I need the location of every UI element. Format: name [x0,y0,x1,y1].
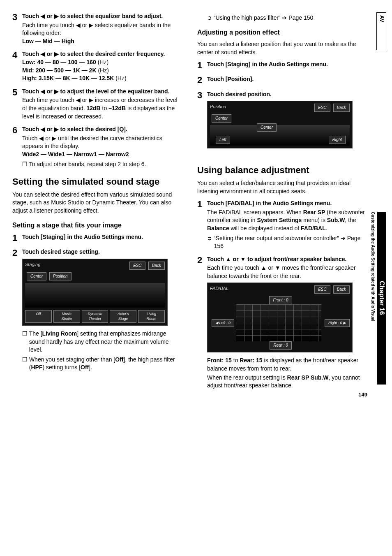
step-title: Touch [Staging] in the Audio Settings me… [22,233,181,241]
step-title: Touch desired position. [207,90,366,99]
balance-subw-note: When the rear output setting is Rear SP … [207,374,366,390]
step-number: 3 [12,12,22,45]
step-number: 1 [197,199,207,250]
hpf-note: When you set staging other than [Off], t… [22,356,181,372]
ui-title: Staging [25,262,40,270]
subsection-body: You can select a listener position that … [197,40,366,56]
step-title: Touch desired stage setting. [22,248,181,256]
step-title: Touch [Staging] in the Audio Settings me… [207,60,366,69]
step-number: 2 [197,255,207,390]
side-rail: AV Customizing the Audio Setting related… [371,12,386,385]
section-body: You can select a fader/balance setting t… [197,179,366,195]
dynamic-theater-button: Dynamic Theater [82,310,108,323]
step-number: 3 [197,90,207,153]
actors-stage-button: Actor's Stage [110,310,136,323]
center-tab: Center [212,114,231,123]
step-sequence: Wide2 — Wide1 — Narrow1 — Narrow2 [22,151,181,159]
step-number: 5 [12,88,22,120]
step-4: 4 Touch ◀ or ▶ to select the desired cen… [12,50,181,82]
step-title: Touch ◀ or ▶ to select the equalizer ban… [22,12,181,21]
step-text: Touch ◀ or ▶ until the desired the curve… [22,134,181,151]
step-number: 2 [197,75,207,85]
step-6: 6 Touch ◀ or ▶ to select the desired [Q]… [12,125,181,168]
section-heading: Setting the simulated sound stage [12,176,181,188]
chapter-tab: Chapter 16 [377,212,386,385]
rear-button: Rear : 0 [270,341,292,350]
ui-title: Position [210,104,226,112]
step-text: The FAD/BAL screen appears. When Rear SP… [207,208,366,233]
fadbal-screenshot: FAD/BAL ESC Back Front : 0 ◀ Left : 0 Ri… [207,283,353,352]
position-step-3: 3 Touch desired position. Position ESC B… [197,90,366,153]
staging-screenshot: Staging ESC Back Center Position Off Mus… [22,259,168,326]
back-button: Back [333,285,350,294]
section-heading: Using balance adjustment [197,164,366,177]
staging-step-2: 2 Touch desired stage setting. Staging E… [12,248,181,372]
living-room-note: The [Living Room] setting that emphasize… [22,330,181,354]
right-button: Right : 0 ▶ [325,319,350,327]
section-body: You can select the desired effect from v… [12,191,181,215]
step-title: Touch ◀ or ▶ to adjust the level of the … [22,88,181,96]
freq-high: High: 3.15K — 8K — 10K — 12.5K (Hz) [22,74,181,83]
back-button: Back [333,104,350,112]
step-text: Each time you touch ◀ or ▶ selects equal… [22,21,181,37]
position-button: Position [49,272,71,280]
step-number: 6 [12,125,22,168]
step-number: 2 [12,248,22,372]
hpf-reference: “Using the high pass filter” ➔ Page 150 [207,14,366,22]
step-title: Touch [Position]. [207,75,366,83]
page-number: 149 [358,391,367,398]
esc-button: ESC [129,262,145,270]
balance-range-text: Front: 15 to Rear: 15 is displayed as th… [207,357,366,373]
step-number: 1 [197,60,207,70]
step-number: 4 [12,50,22,82]
step-note: To adjust other bands, repeat step 2 to … [22,160,181,169]
left-button: ◀ Left : 0 [212,319,234,327]
freq-low: Low: 40 — 80 — 100 — 160 (Hz) [22,58,181,67]
balance-step-2: 2 Touch ▲ or ▼ to adjust front/rear spea… [197,255,366,390]
side-caption: Customizing the Audio Setting related wi… [370,212,376,385]
step-title: Touch ◀ or ▶ to select the desired cente… [22,50,181,58]
position-step-1: 1 Touch [Staging] in the Audio Settings … [197,60,366,70]
freq-mid: Mid: 200 — 500 — 1K — 2K (Hz) [22,67,181,75]
esc-button: ESC [314,285,330,294]
step-sequence: Low — Mid — High [22,37,181,46]
step-title: Touch ◀ or ▶ to select the desired [Q]. [22,125,181,134]
balance-step-1: 1 Touch [FAD/BAL] in the Audio Settings … [197,199,366,250]
step-title: Touch [FAD/BAL] in the Audio Settings me… [207,199,366,208]
subsection-heading: Adjusting a position effect [197,28,366,37]
av-tab: AV [376,12,386,50]
subsection-heading: Setting a stage that fits your image [12,221,181,230]
position-screenshot: Position ESC Back Center Center Left Rig… [207,101,353,148]
right-button: Right [329,136,346,144]
staging-step-1: 1 Touch [Staging] in the Audio Settings … [12,233,181,243]
music-studio-button: Music Studio [53,310,80,323]
step-text: Each time you touch ▲ or ▼ moves the fro… [207,264,366,280]
back-button: Back [148,262,165,270]
step-title: Touch ▲ or ▼ to adjust front/rear speake… [207,255,366,264]
off-button: Off [25,310,52,323]
center-button: Center [257,123,277,132]
step-5: 5 Touch ◀ or ▶ to adjust the level of th… [12,88,181,120]
front-button: Front : 0 [269,296,292,304]
ui-title: FAD/BAL [210,285,228,294]
step-3: 3 Touch ◀ or ▶ to select the equalizer b… [12,12,181,45]
step-number: 1 [12,233,22,243]
esc-button: ESC [314,104,330,112]
left-button: Left [216,136,230,144]
position-step-2: 2 Touch [Position]. [197,75,366,85]
subwoofer-reference: “Setting the rear output and subwoofer c… [207,234,366,250]
step-text: Each time you touch ◀ or ▶ increases or … [22,96,181,120]
center-button: Center [27,272,46,280]
living-room-button: Living Room [138,310,165,323]
